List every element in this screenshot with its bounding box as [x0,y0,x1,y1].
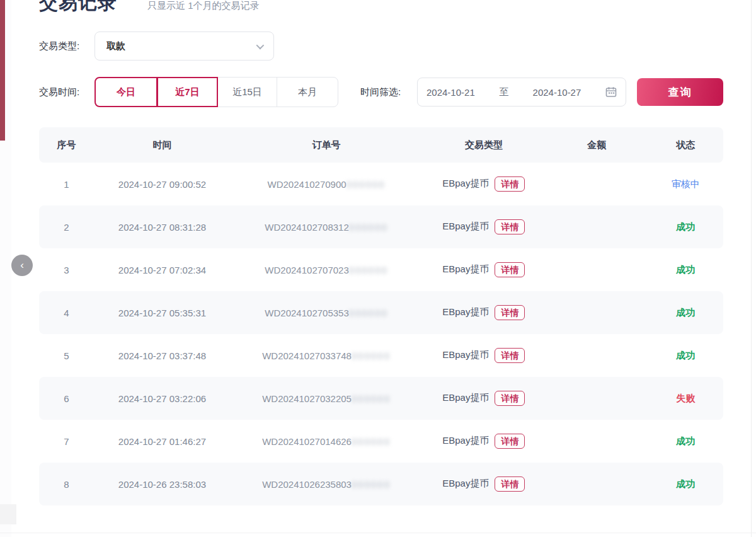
row-type-label: EBpay提币 [442,349,489,361]
date-separator: 至 [499,86,508,98]
order-redacted-segment: 000000 [346,179,386,190]
date-range-picker[interactable]: 2024-10-21 至 2024-10-27 [417,78,626,107]
order-redacted-segment: 000000 [349,265,388,275]
row-number: 6 [39,393,94,404]
table-header-row: 序号 时间 订单号 交易类型 金额 状态 [39,127,723,163]
order-redacted-segment: 000000 [352,393,391,404]
transaction-time-filter-row: 交易时间: 今日 近7日 近15日 本月 时间筛选: 2024-10-21 至 … [39,77,723,107]
bottom-edge-divider [0,533,756,533]
row-number: 4 [39,308,94,318]
table-row: 7 2024-10-27 01:46:27 WD2024102701462600… [39,420,723,463]
table-row: 3 2024-10-27 07:02:34 WD2024102707023000… [39,248,723,291]
quick-range-month[interactable]: 本月 [277,77,338,107]
row-type: EBpay提币 详情 [422,391,545,407]
left-bottom-block [0,504,16,524]
panel-collapse-button[interactable]: ‹ [11,255,33,276]
row-time: 2024-10-27 07:02:34 [94,265,231,275]
date-from-value[interactable]: 2024-10-21 [427,87,475,98]
transaction-type-filter-row: 交易类型: 取款 [39,32,723,61]
row-time: 2024-10-27 03:37:48 [94,350,231,361]
row-type: EBpay提币 详情 [422,176,545,192]
page-title: 交易记录 [39,0,117,13]
detail-button[interactable]: 详情 [495,262,525,278]
chevron-down-icon [256,41,265,49]
page-subtitle: 只显示近 1个月的交易记录 [147,0,260,12]
row-number: 3 [39,265,94,275]
row-order-number: WD2024102705353000000 [231,308,422,318]
row-status: 失败 [648,393,723,405]
row-type: EBpay提币 详情 [422,219,545,235]
header-no: 序号 [39,139,94,151]
transaction-time-label: 交易时间: [39,86,94,98]
quick-range-15days[interactable]: 近15日 [217,77,277,107]
order-redacted-segment: 000000 [352,350,391,361]
transactions-table: 序号 时间 订单号 交易类型 金额 状态 1 2024-10-27 09:00:… [39,127,723,505]
row-status: 成功 [648,307,723,319]
detail-button[interactable]: 详情 [495,219,525,235]
row-status: 成功 [648,350,723,362]
table-row: 6 2024-10-27 03:22:06 WD2024102703220500… [39,377,723,420]
page-header: 交易记录 只显示近 1个月的交易记录 [39,0,723,13]
header-type: 交易类型 [422,139,545,151]
table-row: 2 2024-10-27 08:31:28 WD2024102708312000… [39,205,723,248]
row-time: 2024-10-26 23:58:03 [94,479,231,490]
transaction-records-panel: 交易记录 只显示近 1个月的交易记录 交易类型: 取款 交易时间: 今日 近7日… [0,0,756,505]
header-order: 订单号 [231,139,422,151]
order-redacted-segment: 000000 [352,479,391,490]
detail-button[interactable]: 详情 [495,176,525,192]
row-status: 成功 [648,221,723,233]
detail-button[interactable]: 详情 [495,348,525,364]
row-order-number: WD20241027014626000000 [231,436,422,447]
row-type: EBpay提币 详情 [422,434,545,449]
row-type: EBpay提币 详情 [422,348,545,364]
row-order-number: WD20241027032205000000 [231,393,422,404]
row-type-label: EBpay提币 [442,435,489,447]
row-number: 5 [39,350,94,361]
row-number: 2 [39,222,94,233]
row-time: 2024-10-27 09:00:52 [94,179,231,190]
row-number: 7 [39,436,94,447]
calendar-icon[interactable] [605,86,617,98]
table-row: 5 2024-10-27 03:37:48 WD2024102703374800… [39,334,723,377]
row-order-number: WD20241026235803000000 [231,479,422,490]
row-status: 审核中 [648,178,723,190]
transaction-type-label: 交易类型: [39,40,94,52]
row-status: 成功 [648,478,723,490]
header-status: 状态 [648,139,723,151]
row-type-label: EBpay提币 [442,263,489,275]
detail-button[interactable]: 详情 [495,434,525,449]
transaction-type-select[interactable]: 取款 [94,32,274,61]
row-time: 2024-10-27 03:22:06 [94,393,231,404]
date-to-value[interactable]: 2024-10-27 [533,87,581,98]
row-type: EBpay提币 详情 [422,262,545,278]
order-redacted-segment: 000000 [352,436,391,447]
date-filter-label: 时间筛选: [360,86,417,98]
order-redacted-segment: 000000 [349,222,388,233]
row-type-label: EBpay提币 [442,221,489,233]
header-amount: 金额 [546,139,648,151]
row-type-label: EBpay提币 [442,478,489,490]
row-order-number: WD2024102708312000000 [231,222,422,233]
row-type: EBpay提币 详情 [422,305,545,321]
chevron-left-icon: ‹ [20,260,24,270]
table-body: 1 2024-10-27 09:00:52 WD2024102709000000… [39,163,723,505]
quick-range-today[interactable]: 今日 [94,77,158,107]
header-time: 时间 [94,139,231,151]
quick-range-group: 今日 近7日 近15日 本月 [94,77,338,107]
table-row: 4 2024-10-27 05:35:31 WD2024102705353000… [39,291,723,334]
row-order-number: WD20241027033748000000 [231,350,422,361]
row-time: 2024-10-27 05:35:31 [94,308,231,318]
table-row: 8 2024-10-26 23:58:03 WD2024102623580300… [39,463,723,505]
row-type-label: EBpay提币 [442,178,489,190]
detail-button[interactable]: 详情 [495,305,525,321]
row-type-label: EBpay提币 [442,392,489,404]
row-status: 成功 [648,436,723,448]
quick-range-7days[interactable]: 近7日 [157,77,218,107]
row-order-number: WD202410270900000000 [231,179,422,190]
detail-button[interactable]: 详情 [495,476,525,492]
row-number: 8 [39,479,94,490]
query-button[interactable]: 查询 [637,78,723,106]
row-number: 1 [39,179,94,190]
row-type: EBpay提币 详情 [422,476,545,492]
detail-button[interactable]: 详情 [495,391,525,407]
